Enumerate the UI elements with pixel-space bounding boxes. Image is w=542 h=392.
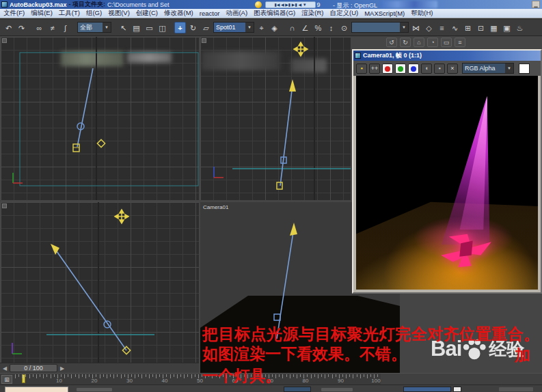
menu-item[interactable]: 帮助(H) xyxy=(411,9,433,18)
coord-system-dropdown[interactable]: Spot01▼ xyxy=(213,22,254,33)
menu-item[interactable]: 图表编辑器(G) xyxy=(254,9,295,18)
time-slider[interactable]: ◀ 0 / 100 ▶ xyxy=(0,363,199,373)
blue-channel-button[interactable] xyxy=(408,64,419,74)
curve-editor-icon[interactable]: ∿ xyxy=(449,22,461,33)
menu-item[interactable]: 文件(F) xyxy=(3,9,25,18)
ruler-tick-label: 80 xyxy=(303,378,309,384)
render-frame-icon[interactable]: ▣ xyxy=(501,22,513,33)
track-bar[interactable]: ⊞ 102030405060708090100 xyxy=(0,373,381,384)
quick-render-icon[interactable]: ♨ xyxy=(514,22,526,33)
menu-item[interactable]: 动画(A) xyxy=(226,9,247,18)
hierarchy-icon[interactable]: ⌂ xyxy=(414,38,424,47)
angle-snap-icon[interactable]: ∠ xyxy=(299,22,311,33)
percent-snap-icon[interactable]: % xyxy=(312,22,324,33)
mono-channel-button[interactable]: ◖ xyxy=(421,64,432,74)
layout-icon[interactable]: ≡ xyxy=(455,38,465,47)
scale-icon[interactable]: ▱ xyxy=(200,22,212,33)
viewport-top-left[interactable] xyxy=(1,37,199,200)
save-image-button[interactable]: ▪ xyxy=(356,64,367,74)
menu-item[interactable]: 渲染(R) xyxy=(301,9,323,18)
menu-item[interactable]: 创建(C) xyxy=(136,9,158,18)
clone-button[interactable]: ++ xyxy=(369,64,380,74)
menu-item[interactable]: 工具(T) xyxy=(59,9,80,18)
move-icon[interactable]: + xyxy=(174,22,186,33)
clear-button[interactable]: × xyxy=(447,64,458,74)
selection-filter-dropdown[interactable]: 全部▼ xyxy=(77,22,111,33)
use-pivot-icon[interactable]: ⌖ xyxy=(256,22,267,33)
bind-spacewarp-icon[interactable]: ∫ xyxy=(59,22,71,33)
screen-icon[interactable]: ▭ xyxy=(441,38,452,47)
toolbar-separator xyxy=(72,22,76,33)
chevron-down-icon[interactable]: ▼ xyxy=(400,23,408,32)
menu-item[interactable]: reactor xyxy=(200,10,220,17)
named-sets-dropdown[interactable]: ▼ xyxy=(351,22,409,33)
time-slider-button[interactable]: 0 / 100 xyxy=(10,364,57,372)
render-setup-icon[interactable]: ▦ xyxy=(488,22,500,33)
pan-hand-icon[interactable]: ↻ xyxy=(400,38,411,47)
menu-item[interactable]: 修改器(M) xyxy=(164,9,193,18)
ruler-tick xyxy=(364,374,364,377)
redo-icon[interactable]: ↷ xyxy=(16,22,27,33)
window-crossing-icon[interactable]: ◫ xyxy=(157,22,168,33)
status-swatch[interactable] xyxy=(453,387,461,392)
menu-item[interactable]: 组(G) xyxy=(86,9,102,18)
percent-icon[interactable]: ◔ xyxy=(427,38,438,47)
undo-icon[interactable]: ↶ xyxy=(3,22,14,33)
rotate-icon[interactable]: ↻ xyxy=(187,22,199,33)
keyboard-override-icon[interactable]: ⊙ xyxy=(338,22,350,33)
mirror-icon[interactable]: ⋈ xyxy=(410,22,422,33)
time-tag-field[interactable] xyxy=(403,387,451,392)
child-minimize-button[interactable]: ▁ xyxy=(532,1,540,8)
coordinate-field[interactable] xyxy=(284,387,311,392)
region-select-icon[interactable]: ▭ xyxy=(144,22,155,33)
ruler-tick xyxy=(174,374,174,377)
snap-toggle-icon[interactable]: ∩ xyxy=(286,22,298,33)
ruler-tick xyxy=(82,374,83,377)
render-window-titlebar[interactable]: Camera01, 帧 0 (1:1) xyxy=(353,51,541,61)
render-window-icon xyxy=(355,53,361,59)
time-slider-left-arrow[interactable]: ◀ xyxy=(0,365,10,372)
red-channel-button[interactable] xyxy=(382,64,393,74)
track-bar-right-panel xyxy=(381,373,542,384)
chevron-down-icon[interactable]: ▼ xyxy=(245,23,254,32)
menu-item[interactable]: 自定义(U) xyxy=(329,9,358,18)
menu-bar: 文件(F)编辑(E)工具(T)组(G)视图(V)创建(C)修改器(M)react… xyxy=(0,9,542,18)
chevron-down-icon[interactable]: ▼ xyxy=(103,23,111,32)
clear-color-swatch[interactable] xyxy=(519,64,530,74)
overlay-media-controls[interactable]: ▮◀ ◀ ▶▮ ▶▮ ◀ ▼ xyxy=(265,1,316,8)
material-editor-icon[interactable]: ⊡ xyxy=(475,22,487,33)
alpha-channel-button[interactable]: ▪ xyxy=(434,64,445,74)
align-icon[interactable]: ◇ xyxy=(423,22,435,33)
title-filename: AutoBackup03.max xyxy=(10,1,67,8)
schematic-view-icon[interactable]: ⊞ xyxy=(462,22,474,33)
layer-manager-icon[interactable]: ≡ xyxy=(436,22,448,33)
ruler-tick xyxy=(282,374,283,378)
ruler-tick xyxy=(22,374,23,378)
select-by-name-icon[interactable]: ▤ xyxy=(131,22,142,33)
channel-display-value: RGB Alpha xyxy=(463,64,505,73)
menu-item[interactable]: 编辑(E) xyxy=(31,9,53,18)
select-object-icon[interactable]: ↖ xyxy=(118,22,129,33)
spinner-snap-icon[interactable]: ↕ xyxy=(325,22,337,33)
select-link-icon[interactable]: ∞ xyxy=(33,22,45,33)
manipulate-icon[interactable]: ◈ xyxy=(269,22,280,33)
render-frame-window[interactable]: Camera01, 帧 0 (1:1) RGB Alpha ▼ ▪++◖▪× xyxy=(352,49,542,294)
ruler-tick xyxy=(79,374,79,378)
unlink-icon[interactable]: ≠ xyxy=(46,22,58,33)
viewport-bottom-left[interactable] xyxy=(1,202,199,363)
ruler-tick xyxy=(18,374,19,377)
viewport-label[interactable]: Camera01 xyxy=(203,204,228,210)
channel-display-dropdown[interactable]: RGB Alpha ▼ xyxy=(462,63,514,74)
ruler-tick xyxy=(187,374,188,377)
toolbar-separator xyxy=(170,22,173,33)
time-slider-right-arrow[interactable]: ▶ xyxy=(57,365,67,372)
menu-item[interactable]: MAXScript(M) xyxy=(364,10,405,17)
mini-curve-editor-button[interactable]: ⊞ xyxy=(1,375,12,384)
menu-item[interactable]: 视图(V) xyxy=(108,9,130,18)
green-channel-button[interactable] xyxy=(395,64,406,74)
orbit-icon[interactable]: ↺ xyxy=(386,38,397,47)
viewport-top-right[interactable] xyxy=(200,37,351,200)
chevron-down-icon[interactable]: ▼ xyxy=(505,64,513,73)
ruler-tick xyxy=(321,374,322,377)
maxscript-mini-listener[interactable] xyxy=(5,387,68,392)
